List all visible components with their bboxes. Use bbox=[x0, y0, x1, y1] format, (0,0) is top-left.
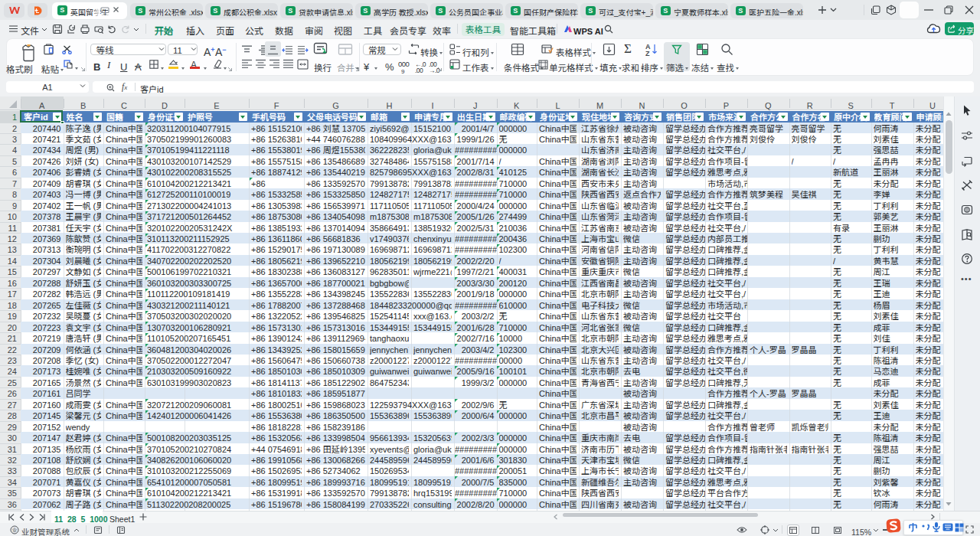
svg-text:业: 业 bbox=[12, 526, 18, 534]
svg-text:Z: Z bbox=[645, 48, 650, 57]
